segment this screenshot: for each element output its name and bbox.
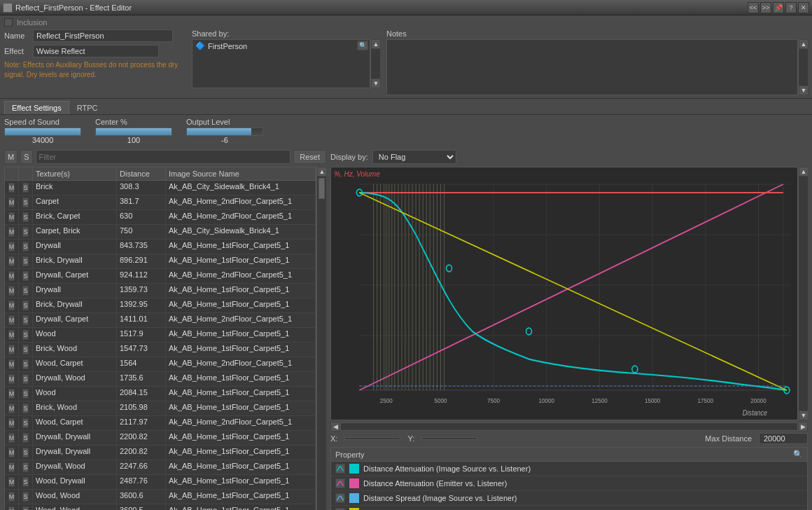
- table-row[interactable]: M S Drywall, Carpet 1411.01 Ak_AB_Home_2…: [5, 313, 316, 328]
- table-scroll-thumb[interactable]: [318, 178, 325, 199]
- property-row[interactable]: Distance Attenuation (Image Source vs. L…: [331, 462, 807, 476]
- filter-input[interactable]: [36, 150, 291, 164]
- display-by-select[interactable]: No Flag Texture Distance: [372, 150, 456, 164]
- table-row[interactable]: M S Drywall, Carpet 924.112 Ak_AB_Home_2…: [5, 269, 316, 284]
- m-button[interactable]: M: [8, 433, 15, 443]
- reset-button[interactable]: Reset: [293, 150, 326, 164]
- table-row[interactable]: M S Wood, Carpet 2117.97 Ak_AB_Home_2ndF…: [5, 416, 316, 431]
- s-button[interactable]: S: [22, 256, 29, 266]
- table-row[interactable]: M S Brick, Wood 1547.73 Ak_AB_Home_1stFl…: [5, 343, 316, 357]
- m-button[interactable]: M: [8, 389, 15, 399]
- notes-textarea[interactable]: [386, 39, 798, 95]
- m-filter-button[interactable]: M: [4, 150, 18, 164]
- s-button[interactable]: S: [22, 448, 29, 457]
- m-button[interactable]: M: [8, 404, 15, 413]
- table-row[interactable]: M S Brick, Wood 2105.98 Ak_AB_Home_1stFl…: [5, 401, 316, 416]
- shared-search-btn[interactable]: 🔍: [357, 41, 368, 50]
- table-row[interactable]: M S Wood 2084.15 Ak_AB_Home_1stFloor_Car…: [5, 387, 316, 401]
- search-icon[interactable]: 🔍: [793, 450, 803, 459]
- graph-h-right[interactable]: ▶: [798, 422, 808, 432]
- s-button[interactable]: S: [22, 462, 29, 472]
- notes-scroll-up[interactable]: ▲: [799, 39, 808, 49]
- s-button[interactable]: S: [22, 330, 29, 340]
- s-button[interactable]: S: [22, 374, 29, 384]
- close-btn[interactable]: ✕: [798, 2, 809, 13]
- m-button[interactable]: M: [8, 330, 15, 340]
- s-button[interactable]: S: [22, 315, 29, 325]
- table-row[interactable]: M S Drywall 843.735 Ak_AB_Home_1stFloor_…: [5, 240, 316, 254]
- inclusion-checkbox[interactable]: [4, 18, 13, 27]
- s-button[interactable]: S: [22, 198, 29, 207]
- m-button[interactable]: M: [8, 301, 15, 310]
- m-button[interactable]: M: [8, 418, 15, 428]
- m-button[interactable]: M: [8, 286, 15, 296]
- table-row[interactable]: M S Wood 1517.9 Ak_AB_Home_1stFloor_Carp…: [5, 328, 316, 343]
- nav-back-btn[interactable]: <<: [748, 2, 759, 13]
- table-row[interactable]: M S Drywall, Drywall 2200.82 Ak_AB_Home_…: [5, 446, 316, 460]
- pin-btn[interactable]: 📌: [773, 2, 784, 13]
- m-button[interactable]: M: [8, 227, 15, 237]
- table-row[interactable]: M S Drywall, Wood 1735.6 Ak_AB_Home_1stF…: [5, 372, 316, 387]
- m-button[interactable]: M: [8, 198, 15, 207]
- s-filter-button[interactable]: S: [20, 150, 32, 164]
- tab-effect-settings[interactable]: Effect Settings: [4, 101, 69, 114]
- effect-input[interactable]: [33, 45, 159, 57]
- table-row[interactable]: M S Drywall, Drywall 2200.82 Ak_AB_Home_…: [5, 431, 316, 446]
- s-button[interactable]: S: [22, 477, 29, 487]
- s-button[interactable]: S: [22, 227, 29, 237]
- m-button[interactable]: M: [8, 448, 15, 457]
- graph-scroll-down[interactable]: ▼: [799, 411, 808, 420]
- m-button[interactable]: M: [8, 183, 15, 193]
- speed-of-sound-slider[interactable]: [4, 127, 81, 136]
- s-button[interactable]: S: [22, 212, 29, 222]
- m-button[interactable]: M: [8, 506, 15, 510]
- property-row[interactable]: Distance Spread (Image Source vs. Listen…: [331, 491, 807, 506]
- s-button[interactable]: S: [22, 404, 29, 413]
- s-button[interactable]: S: [22, 418, 29, 428]
- m-button[interactable]: M: [8, 271, 15, 281]
- table-row[interactable]: M S Carpet 381.7 Ak_AB_Home_2ndFloor_Car…: [5, 195, 316, 210]
- property-row[interactable]: Distance Low-pass Filter (Image Source v…: [331, 506, 807, 510]
- table-row[interactable]: M S Brick, Drywall 1392.95 Ak_AB_Home_1s…: [5, 298, 316, 313]
- m-button[interactable]: M: [8, 256, 15, 266]
- table-row[interactable]: M S Brick 308.3 Ak_AB_City_Sidewalk_Bric…: [5, 181, 316, 195]
- nav-fwd-btn[interactable]: >>: [760, 2, 771, 13]
- s-button[interactable]: S: [22, 286, 29, 296]
- s-button[interactable]: S: [22, 506, 29, 510]
- s-button[interactable]: S: [22, 242, 29, 251]
- m-button[interactable]: M: [8, 242, 15, 251]
- output-level-slider[interactable]: [186, 127, 263, 136]
- s-button[interactable]: S: [22, 271, 29, 281]
- scroll-up[interactable]: ▲: [371, 39, 381, 49]
- center-percent-slider[interactable]: [95, 127, 172, 136]
- s-button[interactable]: S: [22, 359, 29, 369]
- table-row[interactable]: M S Wood, Carpet 1564 Ak_AB_Home_2ndFloo…: [5, 357, 316, 372]
- s-button[interactable]: S: [22, 389, 29, 399]
- table-scroll-up[interactable]: ▲: [317, 167, 326, 177]
- s-button[interactable]: S: [22, 345, 29, 354]
- m-button[interactable]: M: [8, 477, 15, 487]
- graph-scroll-up[interactable]: ▲: [799, 167, 808, 177]
- m-button[interactable]: M: [8, 462, 15, 472]
- table-row[interactable]: M S Wood, Wood 3600.6 Ak_AB_Home_1stFloo…: [5, 490, 316, 504]
- s-button[interactable]: S: [22, 183, 29, 193]
- s-button[interactable]: S: [22, 492, 29, 502]
- table-row[interactable]: M S Brick, Carpet 630 Ak_AB_Home_2ndFloo…: [5, 210, 316, 225]
- m-button[interactable]: M: [8, 315, 15, 325]
- property-row[interactable]: Distance Attenuation (Emitter vs. Listen…: [331, 476, 807, 491]
- m-button[interactable]: M: [8, 374, 15, 384]
- tab-rtpc[interactable]: RTPC: [69, 101, 106, 114]
- graph-h-left[interactable]: ◀: [330, 422, 340, 432]
- s-button[interactable]: S: [22, 433, 29, 443]
- table-row[interactable]: M S Drywall 1359.73 Ak_AB_Home_1stFloor_…: [5, 284, 316, 298]
- table-row[interactable]: M S Wood, Wood 3600.5 Ak_AB_Home_1stFloo…: [5, 504, 316, 510]
- s-button[interactable]: S: [22, 301, 29, 310]
- name-input[interactable]: [33, 29, 173, 42]
- table-row[interactable]: M S Brick, Drywall 896.291 Ak_AB_Home_1s…: [5, 254, 316, 269]
- table-row[interactable]: M S Wood, Drywall 2487.76 Ak_AB_Home_1st…: [5, 475, 316, 490]
- m-button[interactable]: M: [8, 492, 15, 502]
- help-btn[interactable]: ?: [785, 2, 797, 13]
- table-row[interactable]: M S Carpet, Brick 750 Ak_AB_City_Sidewal…: [5, 225, 316, 240]
- graph-h-track[interactable]: [340, 422, 798, 431]
- m-button[interactable]: M: [8, 359, 15, 369]
